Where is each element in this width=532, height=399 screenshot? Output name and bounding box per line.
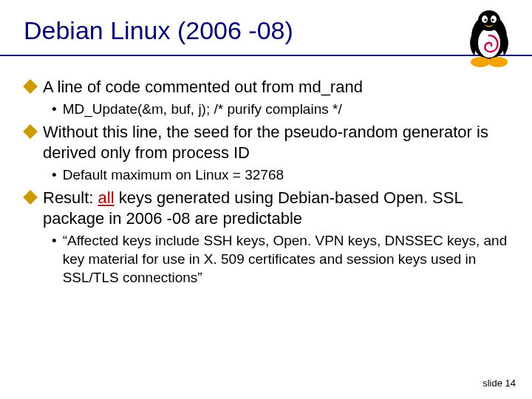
bullet-3a: • “Affected keys include SSH keys, Open.…: [52, 232, 508, 287]
dot-bullet-icon: •: [52, 166, 57, 185]
bullet-2a: • Default maximum on Linux = 32768: [52, 166, 508, 185]
dot-bullet-icon: •: [52, 232, 57, 250]
diamond-bullet-icon: [23, 79, 38, 94]
slide-number: slide 14: [482, 378, 516, 389]
svg-point-8: [488, 57, 508, 67]
slide-title: Debian Linux (2006 -08): [24, 16, 293, 45]
bullet-1-text: A line of code commented out from md_ran…: [43, 77, 363, 98]
bullet-2-text: Without this line, the seed for the pseu…: [43, 122, 508, 163]
diamond-bullet-icon: [23, 124, 38, 139]
title-underline: [0, 55, 532, 56]
svg-point-7: [471, 57, 490, 67]
bullet-1a: • MD_Update(&m, buf, j); /* purify compl…: [52, 100, 508, 119]
diamond-bullet-icon: [23, 190, 38, 205]
svg-point-2: [478, 10, 500, 31]
bullet-3: Result: all keys generated using Debian-…: [24, 188, 508, 229]
tux-debian-logo: [460, 4, 519, 71]
bullet-2: Without this line, the seed for the pseu…: [24, 122, 508, 163]
svg-point-6: [491, 18, 494, 21]
bullet-3-emph: all: [98, 188, 115, 207]
bullet-2a-text: Default maximum on Linux = 32768: [63, 166, 284, 185]
bullet-3-prefix: Result:: [43, 188, 98, 207]
dot-bullet-icon: •: [52, 100, 57, 119]
slide: Debian Linux (2006 -08): [0, 0, 532, 399]
svg-point-5: [484, 18, 486, 21]
bullet-1: A line of code commented out from md_ran…: [24, 77, 508, 98]
bullet-3a-text: “Affected keys include SSH keys, Open. V…: [63, 232, 508, 287]
bullet-3-text: Result: all keys generated using Debian-…: [43, 188, 508, 229]
slide-body: A line of code commented out from md_ran…: [24, 74, 508, 290]
bullet-1a-text: MD_Update(&m, buf, j); /* purify complai…: [63, 100, 342, 119]
